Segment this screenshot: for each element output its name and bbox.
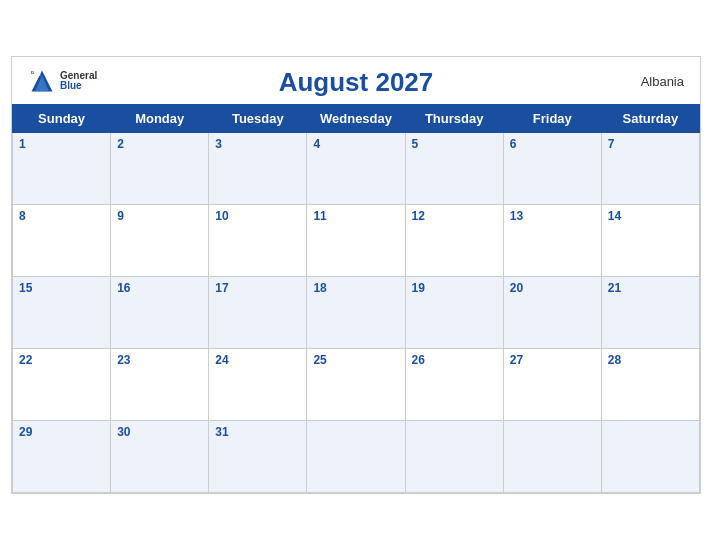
date-number: 19 bbox=[412, 281, 425, 295]
date-number: 23 bbox=[117, 353, 130, 367]
date-number: 31 bbox=[215, 425, 228, 439]
calendar-day-cell: 11 bbox=[307, 205, 405, 277]
calendar-day-cell: 23 bbox=[111, 349, 209, 421]
logo-area: G General Blue bbox=[28, 67, 97, 95]
date-number: 17 bbox=[215, 281, 228, 295]
date-number: 29 bbox=[19, 425, 32, 439]
date-number: 1 bbox=[19, 137, 26, 151]
date-number: 4 bbox=[313, 137, 320, 151]
calendar-table: Sunday Monday Tuesday Wednesday Thursday… bbox=[12, 104, 700, 493]
calendar-day-cell: 14 bbox=[601, 205, 699, 277]
weekday-tuesday: Tuesday bbox=[209, 105, 307, 133]
calendar-day-cell: 18 bbox=[307, 277, 405, 349]
weekday-saturday: Saturday bbox=[601, 105, 699, 133]
calendar-day-cell: 8 bbox=[13, 205, 111, 277]
calendar-day-cell: 31 bbox=[209, 421, 307, 493]
calendar-week-row: 891011121314 bbox=[13, 205, 700, 277]
calendar-day-cell: 30 bbox=[111, 421, 209, 493]
weekday-wednesday: Wednesday bbox=[307, 105, 405, 133]
calendar-day-cell: 21 bbox=[601, 277, 699, 349]
date-number: 15 bbox=[19, 281, 32, 295]
date-number: 18 bbox=[313, 281, 326, 295]
date-number: 3 bbox=[215, 137, 222, 151]
date-number: 27 bbox=[510, 353, 523, 367]
svg-text:G: G bbox=[31, 70, 35, 75]
calendar-day-cell: 22 bbox=[13, 349, 111, 421]
generalblue-logo-icon: G bbox=[28, 67, 56, 95]
date-number: 14 bbox=[608, 209, 621, 223]
calendar-day-cell: 4 bbox=[307, 133, 405, 205]
date-number: 25 bbox=[313, 353, 326, 367]
calendar-day-cell: 7 bbox=[601, 133, 699, 205]
date-number: 13 bbox=[510, 209, 523, 223]
calendar-title: August 2027 bbox=[279, 67, 434, 98]
calendar-day-cell bbox=[307, 421, 405, 493]
date-number: 12 bbox=[412, 209, 425, 223]
calendar-week-row: 1234567 bbox=[13, 133, 700, 205]
calendar-day-cell: 25 bbox=[307, 349, 405, 421]
date-number: 10 bbox=[215, 209, 228, 223]
calendar-day-cell: 12 bbox=[405, 205, 503, 277]
weekday-monday: Monday bbox=[111, 105, 209, 133]
calendar-day-cell: 13 bbox=[503, 205, 601, 277]
date-number: 26 bbox=[412, 353, 425, 367]
calendar-day-cell: 2 bbox=[111, 133, 209, 205]
date-number: 30 bbox=[117, 425, 130, 439]
weekday-thursday: Thursday bbox=[405, 105, 503, 133]
date-number: 16 bbox=[117, 281, 130, 295]
calendar-day-cell: 5 bbox=[405, 133, 503, 205]
date-number: 22 bbox=[19, 353, 32, 367]
calendar-week-row: 22232425262728 bbox=[13, 349, 700, 421]
date-number: 21 bbox=[608, 281, 621, 295]
calendar-day-cell: 6 bbox=[503, 133, 601, 205]
calendar-day-cell bbox=[405, 421, 503, 493]
calendar-thead: Sunday Monday Tuesday Wednesday Thursday… bbox=[13, 105, 700, 133]
calendar-day-cell: 29 bbox=[13, 421, 111, 493]
logo-blue-label: Blue bbox=[60, 81, 97, 91]
calendar-day-cell: 24 bbox=[209, 349, 307, 421]
date-number: 2 bbox=[117, 137, 124, 151]
country-label: Albania bbox=[641, 73, 684, 88]
date-number: 5 bbox=[412, 137, 419, 151]
date-number: 11 bbox=[313, 209, 326, 223]
logo-text: General Blue bbox=[60, 71, 97, 91]
weekday-friday: Friday bbox=[503, 105, 601, 133]
calendar-day-cell: 15 bbox=[13, 277, 111, 349]
calendar-week-row: 15161718192021 bbox=[13, 277, 700, 349]
calendar-body: 1234567891011121314151617181920212223242… bbox=[13, 133, 700, 493]
calendar-day-cell bbox=[503, 421, 601, 493]
date-number: 8 bbox=[19, 209, 26, 223]
calendar-header: G General Blue August 2027 Albania bbox=[12, 57, 700, 104]
date-number: 7 bbox=[608, 137, 615, 151]
weekday-header-row: Sunday Monday Tuesday Wednesday Thursday… bbox=[13, 105, 700, 133]
calendar-day-cell: 20 bbox=[503, 277, 601, 349]
calendar-day-cell: 16 bbox=[111, 277, 209, 349]
calendar-day-cell: 17 bbox=[209, 277, 307, 349]
date-number: 28 bbox=[608, 353, 621, 367]
calendar-day-cell: 19 bbox=[405, 277, 503, 349]
date-number: 6 bbox=[510, 137, 517, 151]
calendar-day-cell: 26 bbox=[405, 349, 503, 421]
calendar-day-cell: 28 bbox=[601, 349, 699, 421]
date-number: 24 bbox=[215, 353, 228, 367]
calendar-day-cell: 10 bbox=[209, 205, 307, 277]
calendar-day-cell bbox=[601, 421, 699, 493]
calendar-day-cell: 3 bbox=[209, 133, 307, 205]
date-number: 9 bbox=[117, 209, 124, 223]
calendar-day-cell: 1 bbox=[13, 133, 111, 205]
weekday-sunday: Sunday bbox=[13, 105, 111, 133]
calendar-week-row: 293031 bbox=[13, 421, 700, 493]
calendar-day-cell: 9 bbox=[111, 205, 209, 277]
date-number: 20 bbox=[510, 281, 523, 295]
calendar-day-cell: 27 bbox=[503, 349, 601, 421]
calendar: G General Blue August 2027 Albania Sunda… bbox=[11, 56, 701, 494]
